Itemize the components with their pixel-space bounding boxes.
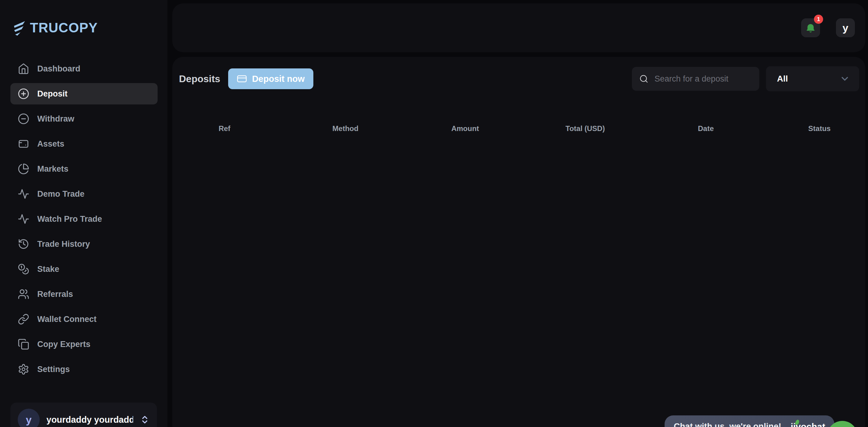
notification-badge: 1 xyxy=(814,15,823,24)
sidebar-item-label: Wallet Connect xyxy=(37,314,96,324)
sidebar-item-trade-history[interactable]: Trade History xyxy=(10,233,158,255)
sidebar-item-deposit[interactable]: Deposit xyxy=(10,83,158,104)
plus-circle-icon xyxy=(18,88,29,99)
sidebar-item-demo-trade[interactable]: Demo Trade xyxy=(10,183,158,205)
sidebar-item-stake[interactable]: Stake xyxy=(10,258,158,280)
pie-chart-icon xyxy=(18,163,29,175)
deposits-table-header: Ref Method Amount Total (USD) Date Statu… xyxy=(172,123,865,135)
history-icon xyxy=(18,238,29,250)
app-screen: TRUCOPY Dashboard Deposit Withdraw Asset… xyxy=(0,0,868,427)
sidebar-item-label: Referrals xyxy=(37,289,73,299)
credit-card-icon xyxy=(237,73,247,84)
chat-widget[interactable]: Chat with us, we're online! jivochat xyxy=(664,416,834,427)
sidebar-item-dashboard[interactable]: Dashboard xyxy=(10,58,158,80)
search-input[interactable] xyxy=(654,74,752,84)
chevrons-up-down-icon xyxy=(140,415,150,425)
activity-icon xyxy=(18,213,29,225)
coins-icon xyxy=(18,263,29,275)
minus-circle-icon xyxy=(18,113,29,125)
sidebar-item-label: Deposit xyxy=(37,89,67,99)
column-header-amount: Amount xyxy=(452,123,479,134)
column-header-method: Method xyxy=(332,123,358,134)
sidebar-item-withdraw[interactable]: Withdraw xyxy=(10,108,158,129)
filter-dropdown[interactable]: All xyxy=(766,66,859,91)
profile-name: yourdaddy yourdaddy xyxy=(46,415,133,425)
sidebar-item-settings[interactable]: Settings xyxy=(10,359,158,380)
sidebar-item-label: Markets xyxy=(37,164,68,174)
sidebar-item-wallet-connect[interactable]: Wallet Connect xyxy=(10,308,158,330)
sidebar-item-markets[interactable]: Markets xyxy=(10,158,158,180)
user-avatar-button[interactable]: y xyxy=(836,18,855,37)
filter-selected-value: All xyxy=(777,74,788,84)
notifications-button[interactable]: 1 xyxy=(801,18,820,37)
sidebar-item-referrals[interactable]: Referrals xyxy=(10,283,158,305)
sidebar-item-label: Watch Pro Trade xyxy=(37,214,102,224)
deposit-now-label: Deposit now xyxy=(252,74,305,84)
main-header: Deposits Deposit now All xyxy=(179,65,859,92)
sidebar-item-label: Stake xyxy=(37,265,59,274)
topbar-actions: 1 y xyxy=(801,18,855,37)
sidebar-item-label: Trade History xyxy=(37,240,90,249)
link-icon xyxy=(18,313,29,325)
column-header-total: Total (USD) xyxy=(566,123,605,134)
copy-icon xyxy=(18,338,29,350)
chat-message: Chat with us, we're online! xyxy=(674,422,781,427)
sidebar-item-label: Copy Experts xyxy=(37,340,90,349)
sidebar: TRUCOPY Dashboard Deposit Withdraw Asset… xyxy=(0,0,167,427)
jivochat-logo: jivochat xyxy=(791,422,825,427)
jivochat-leaf-icon xyxy=(795,419,800,425)
topbar: 1 y xyxy=(172,3,865,52)
bell-icon xyxy=(805,22,816,33)
sidebar-item-label: Dashboard xyxy=(37,64,80,73)
deposit-now-button[interactable]: Deposit now xyxy=(228,68,313,89)
main-panel: Deposits Deposit now All Ref Method Amou… xyxy=(172,57,865,427)
sidebar-item-label: Assets xyxy=(37,139,64,149)
home-icon xyxy=(18,63,29,74)
app-title: TRUCOPY xyxy=(30,20,98,35)
sidebar-item-label: Withdraw xyxy=(37,114,74,124)
app-logo: TRUCOPY xyxy=(11,20,98,36)
column-header-date: Date xyxy=(698,123,714,134)
column-header-ref: Ref xyxy=(219,123,230,134)
users-icon xyxy=(18,288,29,300)
activity-icon xyxy=(18,188,29,200)
search-icon xyxy=(639,74,648,83)
sidebar-nav: Dashboard Deposit Withdraw Assets Market… xyxy=(10,58,158,380)
sidebar-item-copy-experts[interactable]: Copy Experts xyxy=(10,334,158,355)
profile-menu[interactable]: y yourdaddy yourdaddy xyxy=(10,402,157,427)
page-title: Deposits xyxy=(179,73,220,85)
avatar: y xyxy=(18,409,40,427)
wallet-icon xyxy=(18,138,29,150)
sidebar-item-assets[interactable]: Assets xyxy=(10,133,158,155)
search-box xyxy=(632,67,759,91)
sidebar-item-watch-pro-trade[interactable]: Watch Pro Trade xyxy=(10,208,158,230)
trucopy-logo-icon xyxy=(11,20,27,36)
sidebar-item-label: Settings xyxy=(37,365,70,374)
column-header-status: Status xyxy=(808,123,831,134)
chevron-down-icon xyxy=(840,73,850,84)
sidebar-item-label: Demo Trade xyxy=(37,189,85,199)
gear-icon xyxy=(18,363,29,375)
